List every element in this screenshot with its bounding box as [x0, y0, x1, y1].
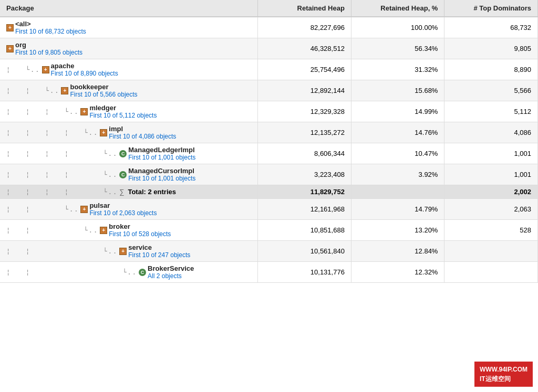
retained-heap-value: 82,227,696: [258, 17, 351, 38]
top-dominators-value: 5,112: [444, 101, 538, 122]
table-row: ¦ ¦ ¦ └..+mledgerFirst 10 of 5,112 objec…: [0, 101, 538, 122]
table-row: ¦ ¦ └..+serviceFirst 10 of 247 objects10…: [0, 241, 538, 262]
retained-heap-value: 12,135,272: [258, 122, 351, 143]
class-icon: C: [139, 269, 146, 276]
top-dominators-value: 4,086: [444, 122, 538, 143]
package-cell: ¦ ¦ ¦ ¦ └..∑Total: 2 entries: [0, 185, 258, 199]
retained-heap-pct-value: 14.79%: [351, 199, 444, 220]
package-cell: ¦ ¦ ¦ └..+mledgerFirst 10 of 5,112 objec…: [0, 101, 258, 122]
package-icon: +: [100, 129, 107, 136]
table-row: +orgFirst 10 of 9,805 objects46,328,5125…: [0, 38, 538, 59]
tree-prefix: ¦ ¦ └..: [6, 248, 118, 255]
tree-prefix: ¦ ¦ └..: [6, 206, 79, 213]
retained-heap-value: 8,606,344: [258, 143, 351, 164]
package-link[interactable]: First 10 of 9,805 objects: [15, 49, 82, 56]
top-dominators-value: 2,002: [444, 185, 538, 199]
package-link[interactable]: First 10 of 68,732 objects: [15, 28, 86, 35]
table-row: ¦ └..+apacheFirst 10 of 8,890 objects25,…: [0, 59, 538, 80]
retained-heap-pct-value: 10.47%: [351, 143, 444, 164]
package-link[interactable]: First 10 of 5,566 objects: [70, 91, 137, 98]
retained-heap-value: 25,754,496: [258, 59, 351, 80]
retained-heap-value: 12,161,968: [258, 199, 351, 220]
tree-prefix: ¦ ¦ └..: [6, 269, 137, 276]
package-link[interactable]: First 10 of 1,001 objects: [128, 175, 195, 182]
table-row: ¦ ¦ ¦ ¦ └..∑Total: 2 entries11,829,7522,…: [0, 185, 538, 199]
package-cell: ¦ ¦ ¦ ¦ └..+implFirst 10 of 4,086 object…: [0, 122, 258, 143]
retained-heap-pct-value: 13.20%: [351, 220, 444, 241]
table-row: ¦ ¦ └..+brokerFirst 10 of 528 objects10,…: [0, 220, 538, 241]
package-link[interactable]: First 10 of 2,063 objects: [89, 209, 157, 217]
package-cell: ¦ ¦ └..+pulsarFirst 10 of 2,063 objects: [0, 199, 258, 220]
package-icon: +: [80, 206, 88, 213]
top-dominators-value: 1,001: [444, 164, 538, 185]
package-name: BrokerService: [148, 264, 194, 272]
retained-heap-value: 46,328,512: [258, 38, 351, 59]
retained-heap-pct-value: 31.32%: [351, 59, 444, 80]
top-dominators-value: 2,063: [444, 199, 538, 220]
package-name: mledger: [89, 104, 157, 112]
retained-heap-pct-value: 15.68%: [351, 80, 444, 101]
top-dominators-value: 1,001: [444, 143, 538, 164]
package-icon: +: [100, 227, 107, 234]
col-retained-heap: Retained Heap: [258, 0, 351, 17]
package-name: pulsar: [89, 202, 157, 209]
package-name: ManagedCursorImpl: [128, 167, 195, 175]
package-cell: ¦ ¦ └..+serviceFirst 10 of 247 objects: [0, 241, 258, 262]
table-row: ¦ ¦ ¦ ¦ └..CManagedCursorImplFirst 10 of…: [0, 164, 538, 185]
total-label: Total: 2 entries: [128, 188, 176, 196]
package-link[interactable]: First 10 of 5,112 objects: [89, 112, 157, 119]
package-link[interactable]: First 10 of 4,086 objects: [109, 133, 176, 140]
tree-prefix: ¦ ¦ └..: [6, 87, 59, 94]
retained-heap-value: 10,851,688: [258, 220, 351, 241]
package-link[interactable]: First 10 of 1,001 objects: [128, 154, 195, 161]
retained-heap-value: 10,131,776: [258, 262, 351, 283]
package-cell: ¦ ¦ └..CBrokerServiceAll 2 objects: [0, 262, 258, 283]
package-link[interactable]: First 10 of 247 objects: [128, 251, 190, 259]
package-name: service: [128, 243, 190, 251]
package-link[interactable]: All 2 objects: [148, 272, 194, 280]
watermark-line1: WWW.94IP.COM: [480, 365, 527, 374]
package-cell: ¦ ¦ └..+brokerFirst 10 of 528 objects: [0, 220, 258, 241]
table-row: ¦ ¦ └..+bookkeeperFirst 10 of 5,566 obje…: [0, 80, 538, 101]
table-row: ¦ ¦ └..+pulsarFirst 10 of 2,063 objects1…: [0, 199, 538, 220]
table-row: ¦ ¦ └..CBrokerServiceAll 2 objects10,131…: [0, 262, 538, 283]
tree-prefix: ¦ ¦ ¦ ¦ └..: [6, 150, 118, 157]
package-name: ManagedLedgerImpl: [128, 146, 195, 154]
top-dominators-value: 9,805: [444, 38, 538, 59]
top-dominators-value: 5,566: [444, 80, 538, 101]
package-link[interactable]: First 10 of 8,890 objects: [51, 70, 118, 77]
col-retained-heap-pct: Retained Heap, %: [351, 0, 444, 17]
retained-heap-pct-value: 14.99%: [351, 101, 444, 122]
package-cell: ¦ ¦ ¦ ¦ └..CManagedLedgerImplFirst 10 of…: [0, 143, 258, 164]
tree-prefix: ¦ ¦ └..: [6, 227, 98, 234]
tree-prefix: ¦ ¦ ¦ ¦ └..: [6, 188, 118, 196]
package-cell: +<all>First 10 of 68,732 objects: [0, 17, 258, 38]
class-icon: C: [119, 171, 127, 178]
retained-heap-value: 12,329,328: [258, 101, 351, 122]
tree-prefix: ¦ ¦ ¦ ¦ └..: [6, 171, 118, 178]
col-package: Package: [0, 0, 258, 17]
watermark-line2: IT运维空间: [480, 374, 527, 384]
package-icon: +: [61, 87, 68, 94]
retained-heap-pct-value: 14.76%: [351, 122, 444, 143]
package-link[interactable]: First 10 of 528 objects: [109, 230, 171, 238]
top-dominators-value: [444, 262, 538, 283]
retained-heap-value: 3,223,408: [258, 164, 351, 185]
top-dominators-value: [444, 241, 538, 262]
top-dominators-value: 68,732: [444, 17, 538, 38]
package-cell: ¦ ¦ └..+bookkeeperFirst 10 of 5,566 obje…: [0, 80, 258, 101]
package-icon: +: [6, 45, 14, 52]
retained-heap-pct-value: 3.92%: [351, 164, 444, 185]
package-cell: ¦ └..+apacheFirst 10 of 8,890 objects: [0, 59, 258, 80]
col-top-dominators: # Top Dominators: [444, 0, 538, 17]
package-name: org: [15, 41, 82, 49]
package-name: bookkeeper: [70, 83, 137, 91]
package-icon: +: [80, 108, 88, 115]
tree-prefix: ¦ ¦ ¦ ¦ └..: [6, 129, 98, 136]
retained-heap-value: 11,829,752: [258, 185, 351, 199]
package-icon: +: [119, 248, 127, 255]
tree-prefix: ¦ └..: [6, 66, 40, 73]
package-name: <all>: [15, 20, 86, 28]
retained-heap-pct-value: 12.32%: [351, 262, 444, 283]
class-icon: C: [119, 150, 127, 157]
